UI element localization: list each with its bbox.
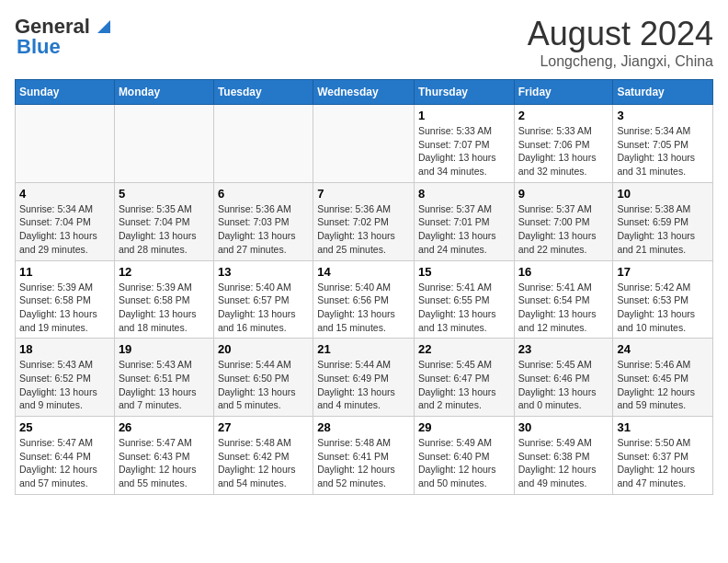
calendar-cell: 23Sunrise: 5:45 AM Sunset: 6:46 PM Dayli… — [514, 339, 613, 417]
day-number: 8 — [418, 187, 510, 201]
day-number: 12 — [119, 265, 210, 279]
day-content: Sunrise: 5:48 AM Sunset: 6:42 PM Dayligh… — [218, 436, 309, 490]
day-number: 20 — [218, 342, 309, 356]
calendar-cell: 29Sunrise: 5:49 AM Sunset: 6:40 PM Dayli… — [414, 417, 514, 495]
day-number: 21 — [317, 342, 410, 356]
logo-triangle-icon — [94, 17, 114, 37]
day-content: Sunrise: 5:36 AM Sunset: 7:02 PM Dayligh… — [317, 202, 410, 257]
day-content: Sunrise: 5:34 AM Sunset: 7:05 PM Dayligh… — [617, 124, 709, 178]
day-number: 1 — [418, 109, 510, 122]
day-content: Sunrise: 5:43 AM Sunset: 6:51 PM Dayligh… — [119, 358, 210, 412]
week-row-2: 4Sunrise: 5:34 AM Sunset: 7:04 PM Daylig… — [16, 182, 713, 260]
day-number: 22 — [418, 342, 510, 356]
calendar-cell: 11Sunrise: 5:39 AM Sunset: 6:58 PM Dayli… — [16, 260, 115, 339]
day-content: Sunrise: 5:33 AM Sunset: 7:06 PM Dayligh… — [518, 124, 609, 178]
day-number: 16 — [518, 265, 609, 279]
day-header-monday: Monday — [114, 80, 213, 105]
day-number: 27 — [218, 420, 309, 434]
day-number: 30 — [518, 420, 609, 434]
day-number: 11 — [19, 265, 110, 279]
day-content: Sunrise: 5:35 AM Sunset: 7:04 PM Dayligh… — [119, 202, 210, 257]
week-row-4: 18Sunrise: 5:43 AM Sunset: 6:52 PM Dayli… — [16, 339, 713, 417]
calendar-cell: 26Sunrise: 5:47 AM Sunset: 6:43 PM Dayli… — [114, 417, 213, 495]
calendar-cell: 6Sunrise: 5:36 AM Sunset: 7:03 PM Daylig… — [213, 182, 313, 260]
calendar-cell: 7Sunrise: 5:36 AM Sunset: 7:02 PM Daylig… — [313, 182, 415, 260]
day-content: Sunrise: 5:44 AM Sunset: 6:49 PM Dayligh… — [317, 358, 410, 412]
calendar-title: August 2024 — [528, 15, 713, 53]
week-row-3: 11Sunrise: 5:39 AM Sunset: 6:58 PM Dayli… — [16, 260, 713, 339]
day-content: Sunrise: 5:45 AM Sunset: 6:46 PM Dayligh… — [518, 358, 609, 412]
day-header-wednesday: Wednesday — [313, 80, 415, 105]
calendar-cell: 18Sunrise: 5:43 AM Sunset: 6:52 PM Dayli… — [16, 339, 115, 417]
week-row-5: 25Sunrise: 5:47 AM Sunset: 6:44 PM Dayli… — [16, 417, 713, 495]
day-content: Sunrise: 5:41 AM Sunset: 6:54 PM Dayligh… — [518, 281, 609, 335]
svg-marker-0 — [97, 20, 110, 33]
day-content: Sunrise: 5:48 AM Sunset: 6:41 PM Dayligh… — [317, 436, 410, 490]
day-content: Sunrise: 5:37 AM Sunset: 7:01 PM Dayligh… — [418, 202, 510, 257]
calendar-cell: 25Sunrise: 5:47 AM Sunset: 6:44 PM Dayli… — [16, 417, 115, 495]
day-content: Sunrise: 5:39 AM Sunset: 6:58 PM Dayligh… — [19, 281, 110, 335]
day-number: 15 — [418, 265, 510, 279]
day-content: Sunrise: 5:43 AM Sunset: 6:52 PM Dayligh… — [19, 358, 110, 412]
day-content: Sunrise: 5:39 AM Sunset: 6:58 PM Dayligh… — [119, 281, 210, 335]
calendar-cell — [313, 105, 415, 183]
calendar-cell: 8Sunrise: 5:37 AM Sunset: 7:01 PM Daylig… — [414, 182, 514, 260]
day-number: 24 — [617, 342, 709, 356]
day-content: Sunrise: 5:45 AM Sunset: 6:47 PM Dayligh… — [418, 358, 510, 412]
logo: General Blue — [15, 15, 114, 59]
day-content: Sunrise: 5:36 AM Sunset: 7:03 PM Dayligh… — [218, 202, 309, 257]
day-number: 26 — [119, 420, 210, 434]
logo-line2: Blue — [17, 35, 61, 59]
day-number: 14 — [317, 265, 410, 279]
day-content: Sunrise: 5:46 AM Sunset: 6:45 PM Dayligh… — [617, 358, 709, 412]
calendar-cell: 22Sunrise: 5:45 AM Sunset: 6:47 PM Dayli… — [414, 339, 514, 417]
day-content: Sunrise: 5:34 AM Sunset: 7:04 PM Dayligh… — [19, 202, 110, 257]
days-header: SundayMondayTuesdayWednesdayThursdayFrid… — [16, 80, 713, 105]
day-number: 10 — [617, 187, 709, 201]
day-content: Sunrise: 5:50 AM Sunset: 6:37 PM Dayligh… — [617, 436, 709, 490]
day-number: 18 — [19, 342, 110, 356]
day-number: 3 — [617, 109, 709, 122]
calendar-cell: 19Sunrise: 5:43 AM Sunset: 6:51 PM Dayli… — [114, 339, 213, 417]
day-content: Sunrise: 5:49 AM Sunset: 6:40 PM Dayligh… — [418, 436, 510, 490]
day-number: 7 — [317, 187, 410, 201]
day-number: 2 — [518, 109, 609, 122]
day-number: 13 — [218, 265, 309, 279]
day-number: 31 — [617, 420, 709, 434]
calendar-cell: 2Sunrise: 5:33 AM Sunset: 7:06 PM Daylig… — [514, 105, 613, 183]
day-content: Sunrise: 5:38 AM Sunset: 6:59 PM Dayligh… — [617, 202, 709, 257]
day-number: 19 — [119, 342, 210, 356]
day-content: Sunrise: 5:42 AM Sunset: 6:53 PM Dayligh… — [617, 281, 709, 335]
calendar-cell: 28Sunrise: 5:48 AM Sunset: 6:41 PM Dayli… — [313, 417, 415, 495]
day-number: 5 — [119, 187, 210, 201]
calendar-cell: 15Sunrise: 5:41 AM Sunset: 6:55 PM Dayli… — [414, 260, 514, 339]
calendar-cell — [213, 105, 313, 183]
day-content: Sunrise: 5:33 AM Sunset: 7:07 PM Dayligh… — [418, 124, 510, 178]
day-header-sunday: Sunday — [16, 80, 115, 105]
day-header-thursday: Thursday — [414, 80, 514, 105]
calendar-cell: 1Sunrise: 5:33 AM Sunset: 7:07 PM Daylig… — [414, 105, 514, 183]
day-content: Sunrise: 5:37 AM Sunset: 7:00 PM Dayligh… — [518, 202, 609, 257]
day-content: Sunrise: 5:40 AM Sunset: 6:57 PM Dayligh… — [218, 281, 309, 335]
page-header: General Blue August 2024 Longcheng, Jian… — [15, 15, 713, 70]
calendar-cell: 21Sunrise: 5:44 AM Sunset: 6:49 PM Dayli… — [313, 339, 415, 417]
day-number: 23 — [518, 342, 609, 356]
calendar-cell: 27Sunrise: 5:48 AM Sunset: 6:42 PM Dayli… — [213, 417, 313, 495]
calendar-cell: 12Sunrise: 5:39 AM Sunset: 6:58 PM Dayli… — [114, 260, 213, 339]
calendar-cell: 3Sunrise: 5:34 AM Sunset: 7:05 PM Daylig… — [613, 105, 713, 183]
calendar-cell: 30Sunrise: 5:49 AM Sunset: 6:38 PM Dayli… — [514, 417, 613, 495]
calendar-cell: 16Sunrise: 5:41 AM Sunset: 6:54 PM Dayli… — [514, 260, 613, 339]
day-number: 9 — [518, 187, 609, 201]
calendar-cell: 20Sunrise: 5:44 AM Sunset: 6:50 PM Dayli… — [213, 339, 313, 417]
calendar-cell: 31Sunrise: 5:50 AM Sunset: 6:37 PM Dayli… — [613, 417, 713, 495]
day-content: Sunrise: 5:40 AM Sunset: 6:56 PM Dayligh… — [317, 281, 410, 335]
calendar-cell — [16, 105, 115, 183]
day-number: 29 — [418, 420, 510, 434]
calendar-cell: 5Sunrise: 5:35 AM Sunset: 7:04 PM Daylig… — [114, 182, 213, 260]
calendar-subtitle: Longcheng, Jiangxi, China — [528, 53, 713, 70]
title-block: August 2024 Longcheng, Jiangxi, China — [528, 15, 713, 70]
week-row-1: 1Sunrise: 5:33 AM Sunset: 7:07 PM Daylig… — [16, 105, 713, 183]
day-number: 17 — [617, 265, 709, 279]
calendar-cell: 13Sunrise: 5:40 AM Sunset: 6:57 PM Dayli… — [213, 260, 313, 339]
day-number: 28 — [317, 420, 410, 434]
